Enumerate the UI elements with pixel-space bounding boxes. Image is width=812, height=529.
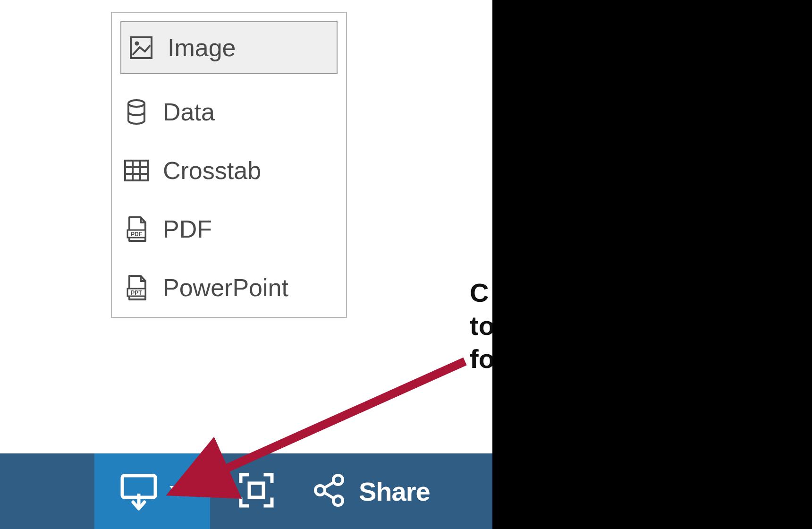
data-icon bbox=[123, 99, 150, 125]
svg-line-19 bbox=[324, 493, 334, 498]
svg-point-16 bbox=[315, 486, 325, 495]
chevron-down-icon bbox=[169, 486, 186, 496]
menu-item-pdf[interactable]: PDF PDF bbox=[112, 200, 346, 258]
bottom-toolbar: Share bbox=[0, 453, 492, 529]
fullscreen-icon bbox=[237, 471, 276, 512]
right-mask bbox=[492, 0, 812, 529]
pdf-icon: PDF bbox=[123, 216, 150, 242]
menu-item-label: Image bbox=[168, 34, 236, 62]
app-area: Image Data Cro bbox=[0, 0, 492, 529]
fullscreen-button[interactable] bbox=[210, 453, 302, 529]
crosstab-icon bbox=[123, 157, 150, 184]
image-icon bbox=[128, 34, 154, 61]
download-menu: Image Data Cro bbox=[111, 12, 347, 318]
svg-point-1 bbox=[135, 42, 139, 46]
menu-item-crosstab[interactable]: Crosstab bbox=[112, 141, 346, 200]
menu-item-label: Data bbox=[163, 98, 215, 126]
menu-item-powerpoint[interactable]: PPT PowerPoint bbox=[112, 258, 346, 317]
svg-point-2 bbox=[128, 100, 144, 107]
svg-point-15 bbox=[333, 475, 343, 485]
menu-item-data[interactable]: Data bbox=[112, 83, 346, 141]
svg-text:PDF: PDF bbox=[131, 231, 142, 238]
svg-line-18 bbox=[324, 482, 334, 488]
menu-item-label: Crosstab bbox=[163, 156, 261, 185]
menu-item-label: PowerPoint bbox=[163, 273, 288, 302]
svg-rect-14 bbox=[249, 483, 263, 497]
svg-text:PPT: PPT bbox=[131, 290, 142, 296]
menu-item-label: PDF bbox=[163, 215, 212, 243]
download-button[interactable] bbox=[94, 453, 210, 529]
share-label: Share bbox=[359, 476, 430, 507]
menu-item-image[interactable]: Image bbox=[120, 21, 338, 74]
share-button[interactable]: Share bbox=[302, 453, 492, 529]
download-icon bbox=[118, 470, 159, 512]
svg-point-17 bbox=[333, 496, 343, 505]
share-icon bbox=[311, 471, 348, 511]
svg-rect-3 bbox=[125, 161, 148, 180]
powerpoint-icon: PPT bbox=[123, 274, 150, 301]
toolbar-spacer bbox=[0, 453, 94, 529]
